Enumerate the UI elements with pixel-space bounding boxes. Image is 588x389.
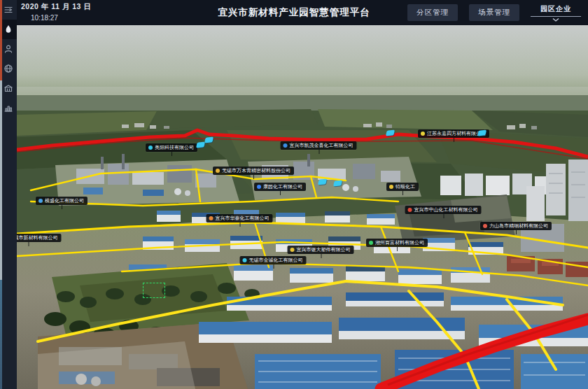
enterprise-icon bbox=[148, 146, 153, 150]
enterprise-icon bbox=[421, 132, 425, 136]
enterprise-icon bbox=[209, 216, 214, 220]
flame-icon bbox=[4, 24, 13, 34]
map-3d-view[interactable] bbox=[17, 25, 588, 389]
sidebar-accent-strip bbox=[0, 0, 2, 389]
enterprise-label[interactable]: 无锡市万木青精密材料股份公司 bbox=[213, 167, 294, 175]
app-window: 奥阳科技有限公司宜兴市凯茂金喜化工有限公司无锡市万木青精密材料股份公司康园化工有… bbox=[0, 0, 588, 389]
enterprise-label-text: 横盛化工有限公司 bbox=[45, 198, 84, 204]
enterprise-label-text: 无锡市万木青精密材料股份公司 bbox=[222, 168, 290, 174]
enterprise-label[interactable]: 康园化工有限公司 bbox=[254, 183, 306, 191]
sidebar-item-fire[interactable] bbox=[0, 20, 17, 39]
scene-manage-button[interactable]: 场景管理 bbox=[469, 4, 519, 21]
bar-chart-icon bbox=[4, 103, 13, 113]
left-toolbar bbox=[0, 0, 17, 389]
enterprise-label-text: 宜兴市华泰化工有限公司 bbox=[216, 215, 270, 221]
enterprise-label[interactable]: 奥阳科技有限公司 bbox=[146, 143, 197, 152]
dropdown-label: 园区企业 bbox=[540, 4, 571, 16]
enterprise-label-text: 宜兴市凯茂金喜化工有限公司 bbox=[290, 143, 354, 148]
dropdown-underline bbox=[531, 16, 581, 17]
enterprise-label-text: 无锡市金诚化工有限公司 bbox=[249, 257, 303, 263]
enterprise-label[interactable]: 宜兴市银大塑件有限公司 bbox=[288, 246, 354, 254]
chevron-down-icon bbox=[552, 18, 559, 22]
enterprise-icon bbox=[369, 241, 373, 245]
enterprise-icon bbox=[290, 248, 295, 252]
enterprise-label[interactable]: 特顺化工 bbox=[386, 183, 419, 191]
top-bar: 2020 年 11 月 13 日 10:18:27 宜兴市新材料产业园智慧管理平… bbox=[0, 0, 588, 25]
factory-icon bbox=[4, 83, 13, 93]
enterprise-label-text: 宜兴市中山化工材料有限公司 bbox=[414, 207, 478, 213]
enterprise-label-text: 奥阳科技有限公司 bbox=[155, 145, 194, 150]
sidebar-item-stats[interactable] bbox=[0, 98, 17, 118]
enterprise-icon bbox=[243, 258, 247, 262]
enterprise-label[interactable]: 宜兴市华泰化工有限公司 bbox=[206, 214, 273, 222]
enterprise-label[interactable]: 潮州百富材料有限公司 bbox=[366, 239, 428, 247]
enterprise-label-text: 康园化工有限公司 bbox=[263, 184, 302, 190]
enterprise-label-text: 力山岛市精细材料有限公司 bbox=[489, 223, 548, 229]
header-actions: 分区管理 场景管理 园区企业 bbox=[407, 0, 581, 25]
enterprise-label[interactable]: 宜兴市凯茂金喜化工有限公司 bbox=[281, 141, 357, 150]
enterprise-icon bbox=[483, 224, 487, 228]
enterprise-icon bbox=[216, 169, 220, 173]
zone-manage-button[interactable]: 分区管理 bbox=[407, 4, 458, 21]
enterprise-label-text: 特顺化工 bbox=[396, 184, 415, 190]
enterprise-icon bbox=[408, 208, 412, 212]
sidebar-item-globe[interactable] bbox=[0, 59, 17, 78]
sidebar-item-menu[interactable] bbox=[0, 0, 17, 20]
enterprise-label-text: 宜兴市银大塑件有限公司 bbox=[297, 247, 351, 253]
sidebar-item-user[interactable] bbox=[0, 39, 17, 59]
user-icon bbox=[4, 44, 13, 54]
enterprise-icon bbox=[389, 185, 393, 189]
menu-icon bbox=[4, 5, 13, 15]
globe-icon bbox=[4, 64, 13, 73]
enterprise-label[interactable]: 横盛化工有限公司 bbox=[36, 197, 88, 205]
enterprise-icon bbox=[38, 199, 43, 203]
sidebar-item-factory[interactable] bbox=[0, 78, 17, 98]
enterprise-label[interactable]: 力山岛市精细材料有限公司 bbox=[480, 222, 552, 230]
enterprise-label[interactable]: 无锡市金诚化工有限公司 bbox=[240, 256, 307, 264]
enterprise-icon bbox=[257, 185, 261, 189]
enterprise-icon bbox=[284, 143, 288, 148]
enterprise-label[interactable]: 宜兴市中山化工材料有限公司 bbox=[405, 206, 482, 214]
park-enterprise-dropdown[interactable]: 园区企业 bbox=[531, 4, 581, 22]
enterprise-label-text: 潮州百富材料有限公司 bbox=[375, 240, 424, 246]
map-canvas[interactable] bbox=[17, 25, 588, 389]
